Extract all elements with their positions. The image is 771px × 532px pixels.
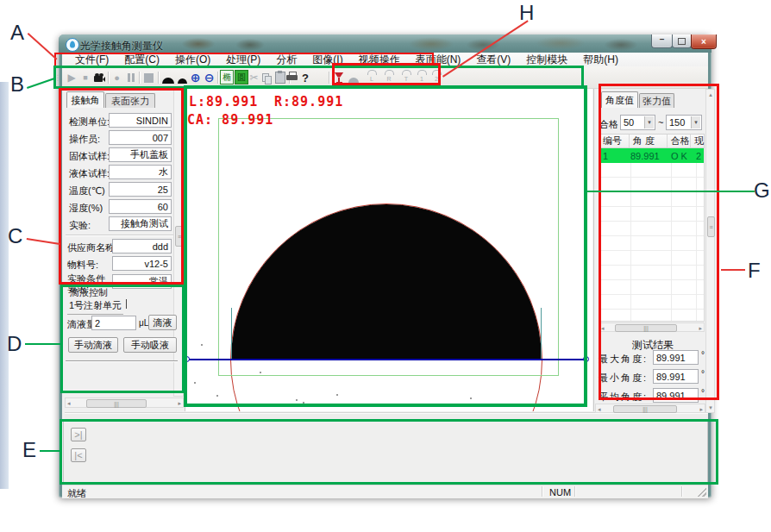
scroll-right-arrow[interactable]: ▸: [178, 399, 181, 407]
tab-surface-tension[interactable]: 表面张力: [105, 93, 155, 108]
print-button[interactable]: [285, 70, 299, 84]
detection-unit-field[interactable]: SINDIN: [109, 113, 172, 128]
baseline-right-handle[interactable]: [583, 356, 589, 362]
manual-suck-button[interactable]: 手动吸液: [123, 337, 177, 353]
zoom-out-button[interactable]: ⊖: [203, 71, 216, 84]
step-back-button[interactable]: |<: [71, 448, 86, 462]
maximize-button[interactable]: [672, 34, 692, 48]
menu-item-analyze[interactable]: 分析: [268, 53, 304, 67]
left-angle-tool-button[interactable]: L: [365, 70, 379, 85]
menu-item-file[interactable]: 文件(F): [67, 53, 116, 67]
menu-item-process[interactable]: 处理(P): [218, 53, 268, 67]
drop-image-view[interactable]: L:89.991 R:89.991 CA: 89.991: [185, 89, 592, 411]
scrollbar-thumb[interactable]: |||: [615, 324, 677, 332]
scroll-left-arrow[interactable]: ◂: [601, 324, 605, 332]
angle-tool-2-button[interactable]: 2: [429, 70, 443, 85]
image-speck: [303, 402, 304, 404]
step-back-label: |<: [74, 450, 82, 460]
operator-field[interactable]: 007: [109, 130, 172, 145]
right-angle-tool-button[interactable]: R: [382, 70, 396, 85]
volume-input[interactable]: 2: [91, 316, 136, 330]
col-header-pass[interactable]: 合格: [668, 135, 691, 147]
condition-field[interactable]: 常温: [112, 274, 172, 289]
scroll-up-arrow[interactable]: ▴: [707, 91, 714, 98]
copy-button[interactable]: [260, 71, 273, 84]
angle-tool-1-button[interactable]: 1: [415, 70, 429, 85]
small-drop-button[interactable]: [176, 71, 188, 84]
pause-button[interactable]: [125, 71, 136, 84]
col-header-clipped[interactable]: 现: [691, 135, 704, 147]
humidity-field[interactable]: 60: [109, 199, 172, 214]
left-panel-hscrollbar[interactable]: ◂ ||| ▸: [65, 397, 184, 408]
stop-small-button[interactable]: ■: [80, 71, 91, 84]
injection-unit-tab[interactable]: 1号注射单元: [67, 299, 123, 315]
experiment-field[interactable]: 接触角测试: [109, 216, 172, 231]
roi-rectangle[interactable]: [218, 118, 559, 376]
material-no-field[interactable]: v12-5: [112, 256, 172, 271]
camera-button[interactable]: [92, 71, 106, 84]
play-button[interactable]: ▶: [66, 71, 78, 84]
min-angle-field[interactable]: 89.991: [653, 369, 699, 384]
baseline-left-handle[interactable]: [185, 356, 190, 362]
table-hscrollbar[interactable]: ◂ ||| ▸: [599, 322, 705, 332]
camera-icon: [94, 73, 105, 82]
dispense-button[interactable]: 滴液: [148, 315, 177, 330]
temperature-field[interactable]: 25: [109, 182, 172, 197]
minimize-button[interactable]: –: [651, 34, 673, 48]
avg-angle-field[interactable]: 89.991: [653, 388, 699, 403]
menu-item-operate[interactable]: 操作(O): [167, 53, 218, 67]
tab-angle-values[interactable]: 角度值: [601, 91, 638, 108]
max-angle-combobox[interactable]: 150 ▾: [666, 115, 702, 130]
record-button[interactable]: ●: [111, 71, 122, 84]
scrollbar-thumb[interactable]: |||: [613, 405, 677, 413]
tab-contact-angle[interactable]: 接触角: [66, 91, 104, 108]
menu-item-surface-energy[interactable]: 表面能(N): [408, 53, 469, 67]
chevron-down-icon[interactable]: ▾: [691, 116, 700, 128]
scrollbar-thumb[interactable]: ≡: [175, 226, 184, 247]
liquid-sample-field[interactable]: 水: [109, 165, 172, 179]
scrollbar-thumb[interactable]: ≡: [707, 216, 715, 237]
min-angle-combobox[interactable]: 50 ▾: [620, 115, 655, 130]
supplier-name-field[interactable]: ddd: [112, 239, 172, 253]
annotation-letter-a: A: [10, 21, 24, 45]
angle-tool-label: 1: [420, 76, 423, 82]
manual-dispense-button[interactable]: 手动滴液: [68, 337, 118, 353]
ellipse-fit-button[interactable]: 椭: [220, 70, 234, 84]
col-header-index[interactable]: 编号: [599, 135, 630, 147]
menu-item-control-module[interactable]: 控制模块: [518, 53, 575, 67]
right-panel-vscrollbar[interactable]: ▴ ≡ ▾: [705, 89, 715, 413]
circle-fit-button[interactable]: 圆: [235, 70, 248, 84]
menu-item-config[interactable]: 配置(C): [116, 53, 167, 67]
sessile-drop-button[interactable]: [161, 71, 175, 84]
menu-item-image[interactable]: 图像(I): [304, 53, 350, 67]
scroll-down-arrow[interactable]: ▾: [707, 404, 714, 411]
toolbar-grip[interactable]: ⋮: [56, 71, 60, 84]
scroll-left-arrow[interactable]: ◂: [67, 399, 71, 407]
cut-button[interactable]: ✂: [248, 71, 260, 84]
solid-sample-field[interactable]: 手机盖板: [109, 147, 172, 162]
col-header-angle[interactable]: 角 度: [630, 135, 668, 147]
scroll-left-arrow[interactable]: ◂: [598, 405, 601, 413]
step-forward-button[interactable]: >|: [71, 428, 86, 441]
close-button[interactable]: ×: [691, 34, 717, 49]
scroll-right-arrow[interactable]: ▸: [699, 324, 702, 332]
dispense-syringe-button[interactable]: [333, 71, 345, 84]
baseline[interactable]: [187, 359, 586, 360]
scroll-right-arrow[interactable]: ▸: [699, 405, 703, 413]
tab-tension-values[interactable]: 张力值: [639, 93, 674, 108]
stop-big-button[interactable]: [142, 71, 155, 84]
table-row[interactable]: 1 89.991 O K 2: [599, 148, 704, 163]
right-panel-hscrollbar[interactable]: ◂ ||| ▸: [595, 404, 705, 413]
drop-shape-button[interactable]: [348, 71, 360, 84]
max-angle-field[interactable]: 89.991: [653, 350, 699, 365]
help-button[interactable]: ?: [300, 71, 310, 84]
zoom-in-button[interactable]: ⊕: [189, 71, 202, 84]
menu-item-help[interactable]: 帮助(H): [575, 53, 626, 67]
scrollbar-thumb[interactable]: |||: [86, 399, 147, 408]
menu-item-view[interactable]: 查看(V): [468, 53, 518, 67]
top-angle-tool-button[interactable]: T: [399, 70, 413, 85]
chevron-down-icon[interactable]: ▾: [644, 116, 654, 128]
menu-item-video[interactable]: 视频操作: [351, 53, 408, 67]
results-table-body[interactable]: 1 89.991 O K 2: [599, 148, 705, 322]
status-ready-text: 就绪: [67, 487, 86, 500]
